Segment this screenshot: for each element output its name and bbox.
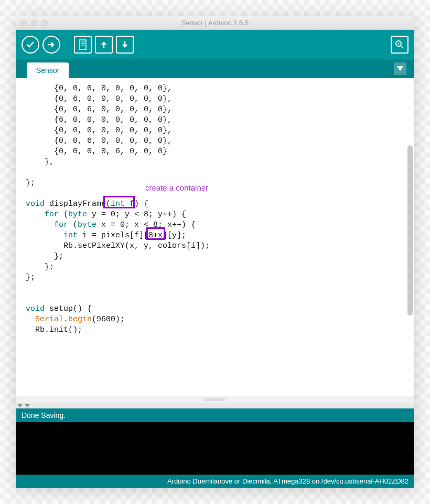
serial-monitor-button[interactable] (391, 36, 408, 54)
status-bar: Done Saving. (16, 408, 414, 422)
arrow-down-icon (120, 40, 130, 49)
new-button[interactable] (74, 36, 92, 54)
titlebar: Sensor | Arduino 1.6.5 (16, 16, 414, 30)
tab-menu-button[interactable] (394, 62, 406, 75)
board-port-label: Arduino Duemilanove or Diecimila, ATmega… (167, 477, 408, 485)
verify-button[interactable] (22, 36, 39, 54)
annotation-create-container: create a container (145, 183, 208, 192)
upload-button[interactable] (42, 36, 60, 54)
triangle-icon (17, 404, 23, 407)
triangle-icon (25, 404, 30, 407)
svg-rect-0 (80, 40, 86, 49)
bottom-board-info: Arduino Duemilanove or Diecimila, ATmega… (16, 475, 414, 488)
close-window-button[interactable] (20, 20, 27, 26)
arduino-ide-window: Sensor | Arduino 1.6.5 Sensor {0, 0, (16, 16, 414, 488)
vertical-scrollbar[interactable] (407, 83, 413, 393)
zoom-window-button[interactable] (41, 20, 48, 26)
scroll-thumb[interactable] (407, 145, 413, 316)
console-output[interactable] (16, 422, 414, 475)
code-editor[interactable]: {0, 0, 0, 0, 0, 0, 0, 0}, {0, 6, 0, 0, 0… (26, 83, 406, 393)
tabbar: Sensor (16, 59, 414, 78)
pane-separator[interactable] (16, 403, 414, 408)
check-icon (26, 40, 35, 49)
new-file-icon (78, 39, 88, 50)
svg-line-5 (401, 46, 403, 48)
open-button[interactable] (95, 36, 113, 54)
window-controls (20, 20, 48, 26)
chevron-down-icon (397, 66, 403, 71)
arrow-right-icon (47, 40, 56, 49)
minimize-window-button[interactable] (31, 20, 37, 26)
horizontal-scrollbar[interactable] (16, 396, 414, 403)
toolbar (16, 30, 414, 59)
save-button[interactable] (116, 36, 134, 54)
svg-point-6 (398, 43, 400, 45)
magnifier-icon (394, 39, 405, 50)
tab-sensor[interactable]: Sensor (27, 62, 69, 78)
editor-area: {0, 0, 0, 0, 0, 0, 0, 0}, {0, 6, 0, 0, 0… (16, 78, 414, 403)
status-message: Done Saving. (22, 411, 66, 419)
window-title: Sensor | Arduino 1.6.5 (16, 19, 414, 27)
arrow-up-icon (99, 40, 109, 49)
scroll-thumb-h[interactable] (205, 398, 225, 401)
